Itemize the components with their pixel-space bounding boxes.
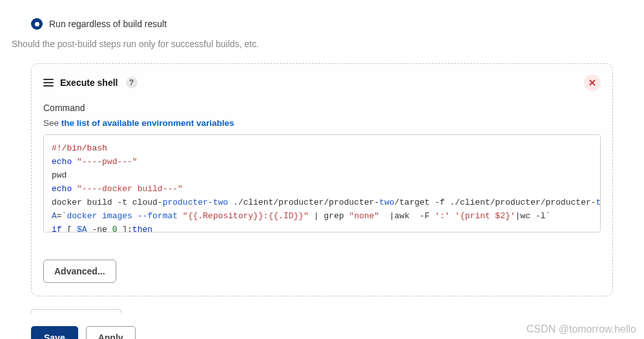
code-text: |awk -F	[379, 211, 435, 221]
code-str: "----pwd---"	[77, 157, 138, 167]
code-cmd: pwd	[52, 170, 67, 180]
code-var: docker images --format	[67, 211, 182, 221]
code-var: two	[379, 198, 394, 207]
code-text: /target -f ./client/producter/producter-	[395, 198, 596, 207]
code-text: ./client/producter/producter-	[228, 198, 379, 207]
command-textarea[interactable]: #!/bin/bash echo "----pwd---" pwd echo "…	[43, 134, 601, 232]
code-str: "none"	[349, 211, 379, 221]
radio-run-regardless[interactable]: Run regardless of build result	[31, 18, 632, 30]
collapsed-section	[31, 309, 121, 313]
advanced-button[interactable]: Advanced...	[43, 260, 116, 283]
step-title: Execute shell	[60, 77, 118, 88]
code-text: -ne	[87, 225, 112, 232]
see-prefix: See	[43, 118, 61, 128]
code-str: '{print $2}'	[455, 211, 515, 221]
build-step-card: Execute shell ? Command See the list of …	[31, 63, 613, 296]
env-vars-link[interactable]: the list of available environment variab…	[61, 118, 234, 128]
close-icon	[589, 79, 596, 86]
code-text: | grep	[309, 211, 349, 221]
code-kw: echo	[52, 184, 72, 194]
code-shebang: #!/bin/bash	[52, 143, 107, 153]
code-str: ':'	[435, 211, 450, 221]
drag-handle-icon[interactable]	[43, 79, 54, 87]
command-label: Command	[43, 103, 601, 113]
code-text: ];	[117, 225, 132, 232]
code-text: =`	[57, 211, 67, 221]
help-text: Should the post-build steps run only for…	[12, 39, 632, 49]
code-kw: if	[52, 225, 62, 232]
code-str: "{{.Repository}}:{{.ID}}"	[183, 211, 309, 221]
code-str: "----docker build---"	[77, 184, 183, 194]
help-icon[interactable]: ?	[126, 77, 138, 88]
code-kw: then	[132, 225, 152, 232]
apply-button[interactable]: Apply	[86, 326, 136, 339]
see-line: See the list of available environment va…	[43, 118, 601, 128]
code-text: [	[62, 225, 77, 232]
step-header: Execute shell ?	[43, 74, 601, 91]
code-var: A	[52, 211, 57, 221]
save-button[interactable]: Save	[31, 326, 78, 339]
code-text: |wc -l`	[515, 211, 551, 221]
code-var: $A	[77, 225, 87, 232]
delete-step-button[interactable]	[584, 74, 601, 91]
code-text: docker build -t cloud-	[52, 198, 163, 207]
code-var: producter-two	[163, 198, 228, 207]
radio-label: Run regardless of build result	[49, 19, 167, 29]
radio-icon	[31, 18, 43, 30]
code-kw: echo	[52, 157, 72, 167]
bottom-bar: Save Apply	[31, 326, 632, 339]
code-var: two	[596, 198, 601, 207]
